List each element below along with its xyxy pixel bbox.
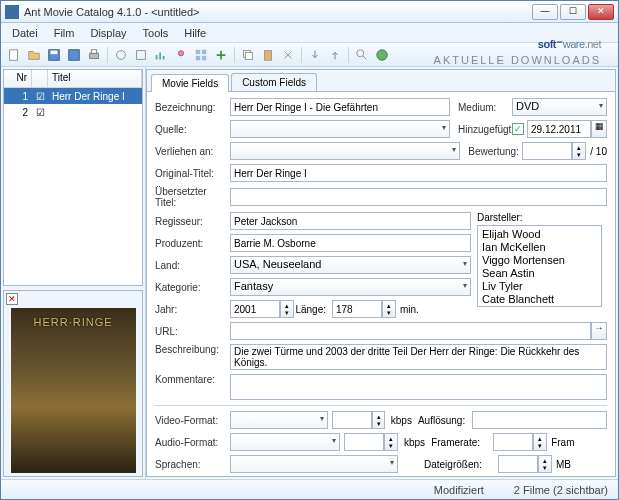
- bezeichnung-label: Bezeichnung:: [155, 102, 230, 113]
- orig-label: Original-Titel:: [155, 168, 230, 179]
- menu-hilfe[interactable]: Hilfe: [177, 25, 213, 41]
- hinzu-input[interactable]: [527, 120, 591, 138]
- framerate-label: Framerate:: [431, 437, 493, 448]
- toolbar: [1, 43, 618, 67]
- list-row[interactable]: 2 ☑: [4, 104, 142, 120]
- audio-combo[interactable]: [230, 433, 340, 451]
- tab-custom-fields[interactable]: Custom Fields: [231, 73, 317, 91]
- video-bitrate-input[interactable]: [332, 411, 372, 429]
- bewertung-spin[interactable]: ▴▾: [572, 142, 586, 160]
- bewertung-input[interactable]: [522, 142, 572, 160]
- svg-point-17: [377, 49, 388, 60]
- regisseur-input[interactable]: [230, 212, 471, 230]
- svg-rect-10: [202, 49, 206, 53]
- darsteller-box[interactable]: Elijah Wood Ian McKellen Viggo Mortensen…: [477, 225, 602, 307]
- web-icon[interactable]: [373, 46, 391, 64]
- new-icon[interactable]: [5, 46, 23, 64]
- aufl-input[interactable]: [472, 411, 607, 429]
- svg-rect-14: [245, 52, 252, 59]
- url-go-icon[interactable]: →: [591, 322, 607, 340]
- framerate-spin[interactable]: ▴▾: [533, 433, 547, 451]
- list-row[interactable]: 1 ☑ Herr Der Ringe I: [4, 88, 142, 104]
- produzent-input[interactable]: [230, 234, 471, 252]
- verliehen-combo[interactable]: [230, 142, 460, 160]
- dateigr-input[interactable]: [498, 455, 538, 473]
- header-check[interactable]: [32, 70, 48, 87]
- menu-display[interactable]: Display: [83, 25, 133, 41]
- menu-datei[interactable]: Datei: [5, 25, 45, 41]
- window-title: Ant Movie Catalog 4.1.0 - <untitled>: [24, 6, 532, 18]
- jahr-input[interactable]: [230, 300, 280, 318]
- menubar: Datei Film Display Tools Hilfe: [1, 23, 618, 43]
- tab-movie-fields[interactable]: Movie Fields: [151, 74, 229, 92]
- jahr-spin[interactable]: ▴▾: [280, 300, 294, 318]
- audio-bitrate-spin[interactable]: ▴▾: [384, 433, 398, 451]
- grid-icon[interactable]: [192, 46, 210, 64]
- svg-rect-12: [202, 55, 206, 59]
- sprachen-label: Sprachen:: [155, 459, 230, 470]
- copy-icon[interactable]: [239, 46, 257, 64]
- movie-list[interactable]: Nr Titel 1 ☑ Herr Der Ringe I 2 ☑: [3, 69, 143, 286]
- save-icon[interactable]: [45, 46, 63, 64]
- tool2-icon[interactable]: [132, 46, 150, 64]
- url-input[interactable]: [230, 322, 591, 340]
- tool-icon[interactable]: [112, 46, 130, 64]
- bezeichnung-input[interactable]: [230, 98, 450, 116]
- menu-tools[interactable]: Tools: [136, 25, 176, 41]
- add-icon[interactable]: [212, 46, 230, 64]
- check-icon[interactable]: ☑: [32, 90, 48, 103]
- search-icon[interactable]: [353, 46, 371, 64]
- kommentare-label: Kommentare:: [155, 374, 230, 385]
- quelle-label: Quelle:: [155, 124, 230, 135]
- regisseur-label: Regisseur:: [155, 216, 230, 227]
- app-icon: [5, 5, 19, 19]
- audio-bitrate-input[interactable]: [344, 433, 384, 451]
- orig-input[interactable]: [230, 164, 607, 182]
- land-label: Land:: [155, 260, 230, 271]
- poster-close-icon[interactable]: ✕: [6, 293, 18, 305]
- bewertung-label: Bewertung:: [460, 146, 522, 157]
- poster-image[interactable]: HERR·RINGE: [11, 308, 136, 473]
- uebers-input[interactable]: [230, 188, 607, 206]
- sprachen-combo[interactable]: [230, 455, 398, 473]
- menu-film[interactable]: Film: [47, 25, 82, 41]
- paste-icon[interactable]: [259, 46, 277, 64]
- dateigr-spin[interactable]: ▴▾: [538, 455, 552, 473]
- main-window: Ant Movie Catalog 4.1.0 - <untitled> — ☐…: [0, 0, 619, 500]
- svg-rect-15: [265, 50, 272, 60]
- import-icon[interactable]: [326, 46, 344, 64]
- video-label: Video-Format:: [155, 415, 230, 426]
- svg-rect-3: [69, 49, 80, 60]
- video-combo[interactable]: [230, 411, 328, 429]
- svg-rect-2: [51, 50, 58, 54]
- kategorie-combo[interactable]: Fantasy: [230, 278, 471, 296]
- open-icon[interactable]: [25, 46, 43, 64]
- svg-rect-0: [10, 49, 18, 60]
- check-icon[interactable]: ☑: [32, 106, 48, 119]
- header-nr[interactable]: Nr: [4, 70, 32, 87]
- minimize-button[interactable]: —: [532, 4, 558, 20]
- medium-combo[interactable]: DVD: [512, 98, 607, 116]
- framerate-input[interactable]: [493, 433, 533, 451]
- land-combo[interactable]: USA, Neuseeland: [230, 256, 471, 274]
- svg-point-6: [117, 50, 126, 59]
- hinzu-check[interactable]: ✓: [512, 123, 524, 135]
- print-icon[interactable]: [85, 46, 103, 64]
- close-button[interactable]: ✕: [588, 4, 614, 20]
- export-icon[interactable]: [306, 46, 324, 64]
- quelle-combo[interactable]: [230, 120, 450, 138]
- cut-icon[interactable]: [279, 46, 297, 64]
- saveas-icon[interactable]: [65, 46, 83, 64]
- laenge-spin[interactable]: ▴▾: [382, 300, 396, 318]
- calendar-icon[interactable]: ▦: [591, 120, 607, 138]
- header-titel[interactable]: Titel: [48, 70, 142, 87]
- laenge-input[interactable]: [332, 300, 382, 318]
- kommentare-input[interactable]: [230, 374, 607, 400]
- beschreibung-input[interactable]: Die zwei Türme und 2003 der dritte Teil …: [230, 344, 607, 370]
- loan-icon[interactable]: [172, 46, 190, 64]
- video-bitrate-spin[interactable]: ▴▾: [372, 411, 384, 429]
- maximize-button[interactable]: ☐: [560, 4, 586, 20]
- medium-label: Medium:: [450, 102, 512, 113]
- stats-icon[interactable]: [152, 46, 170, 64]
- dateigr-label: Dateigrößen:: [398, 459, 466, 470]
